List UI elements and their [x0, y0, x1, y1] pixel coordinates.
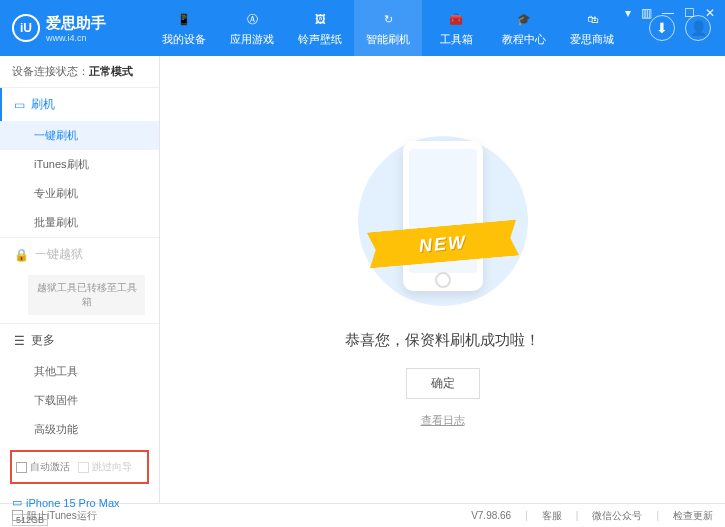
- sidebar-item-flash-0[interactable]: 一键刷机: [0, 121, 159, 150]
- logo-icon: iU: [12, 14, 40, 42]
- sidebar-item-flash-3[interactable]: 批量刷机: [0, 208, 159, 237]
- menu-icon[interactable]: ▾: [625, 6, 631, 20]
- nav-icon: 📱: [174, 9, 194, 29]
- nav-icon: 🖼: [310, 9, 330, 29]
- nav-icon: ↻: [378, 9, 398, 29]
- close-button[interactable]: ✕: [705, 6, 715, 20]
- sidebar-item-more-1[interactable]: 下载固件: [0, 386, 159, 415]
- sidebar-item-more-0[interactable]: 其他工具: [0, 357, 159, 386]
- menu-icon: ☰: [14, 334, 25, 348]
- logo-area: iU 爱思助手 www.i4.cn: [0, 14, 150, 43]
- sidebar-section-jailbreak: 🔒 一键越狱: [0, 238, 159, 271]
- support-link[interactable]: 客服: [542, 509, 562, 523]
- sidebar-item-flash-1[interactable]: iTunes刷机: [0, 150, 159, 179]
- block-itunes-checkbox[interactable]: [12, 510, 23, 521]
- main-panel: NEW 恭喜您，保资料刷机成功啦！ 确定 查看日志: [160, 56, 725, 503]
- top-nav: 📱我的设备Ⓐ应用游戏🖼铃声壁纸↻智能刷机🧰工具箱🎓教程中心🛍爱思商城: [150, 0, 649, 56]
- phone-icon: ▭: [12, 496, 22, 509]
- block-itunes-label[interactable]: 阻止iTunes运行: [27, 509, 97, 523]
- nav-icon: 🧰: [446, 9, 466, 29]
- nav-icon: Ⓐ: [242, 9, 262, 29]
- nav-item-1[interactable]: Ⓐ应用游戏: [218, 0, 286, 56]
- minimize-button[interactable]: —: [662, 6, 674, 20]
- titlebar: iU 爱思助手 www.i4.cn 📱我的设备Ⓐ应用游戏🖼铃声壁纸↻智能刷机🧰工…: [0, 0, 725, 56]
- nav-item-6[interactable]: 🛍爱思商城: [558, 0, 626, 56]
- nav-icon: 🎓: [514, 9, 534, 29]
- sidebar-item-more-2[interactable]: 高级功能: [0, 415, 159, 444]
- confirm-button[interactable]: 确定: [406, 368, 480, 399]
- maximize-button[interactable]: ☐: [684, 6, 695, 20]
- wechat-link[interactable]: 微信公众号: [592, 509, 642, 523]
- jailbreak-note: 越狱工具已转移至工具箱: [28, 275, 145, 315]
- update-link[interactable]: 检查更新: [673, 509, 713, 523]
- nav-item-3[interactable]: ↻智能刷机: [354, 0, 422, 56]
- nav-item-5[interactable]: 🎓教程中心: [490, 0, 558, 56]
- nav-item-0[interactable]: 📱我的设备: [150, 0, 218, 56]
- success-illustration: NEW: [353, 131, 533, 311]
- sidebar-section-more[interactable]: ☰ 更多: [0, 324, 159, 357]
- app-name: 爱思助手: [46, 14, 106, 33]
- success-message: 恭喜您，保资料刷机成功啦！: [345, 331, 540, 350]
- view-log-link[interactable]: 查看日志: [421, 413, 465, 428]
- options-highlight-box: 自动激活 跳过向导: [10, 450, 149, 484]
- sidebar: 设备连接状态：正常模式 ▭ 刷机 一键刷机iTunes刷机专业刷机批量刷机 🔒 …: [0, 56, 160, 503]
- app-url: www.i4.cn: [46, 33, 106, 43]
- skip-guide-checkbox: 跳过向导: [78, 460, 132, 474]
- nav-icon: 🛍: [582, 9, 602, 29]
- version-label: V7.98.66: [471, 510, 511, 521]
- nav-item-4[interactable]: 🧰工具箱: [422, 0, 490, 56]
- sidebar-section-flash[interactable]: ▭ 刷机: [0, 88, 159, 121]
- auto-activate-checkbox[interactable]: 自动激活: [16, 460, 70, 474]
- lock-icon: 🔒: [14, 248, 29, 262]
- flash-icon: ▭: [14, 98, 25, 112]
- connection-status: 设备连接状态：正常模式: [0, 56, 159, 88]
- window-controls: ▾ ▥ — ☐ ✕: [625, 0, 725, 20]
- nav-item-2[interactable]: 🖼铃声壁纸: [286, 0, 354, 56]
- sidebar-item-flash-2[interactable]: 专业刷机: [0, 179, 159, 208]
- skin-icon[interactable]: ▥: [641, 6, 652, 20]
